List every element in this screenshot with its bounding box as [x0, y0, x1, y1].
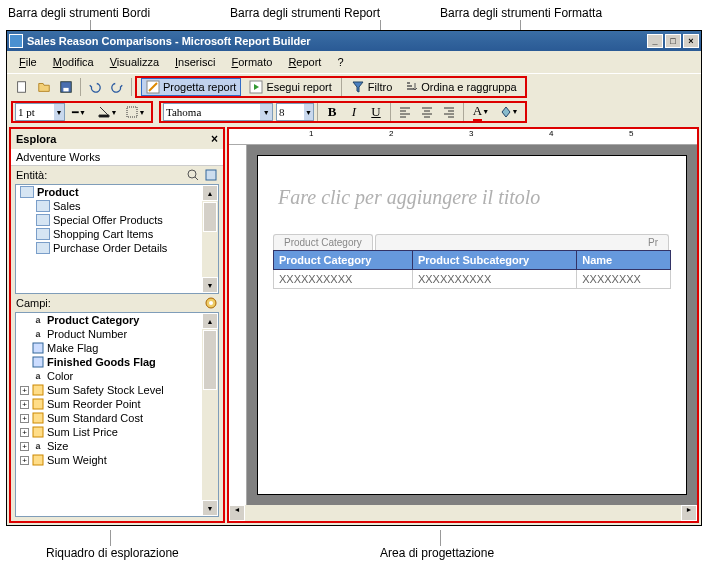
title-placeholder[interactable]: Fare clic per aggiungere il titolo — [273, 176, 671, 219]
scroll-thumb[interactable] — [203, 202, 217, 232]
scrollbar-horizontal[interactable]: ◄ ► — [229, 505, 697, 521]
col-product-subcategory[interactable]: Product Subcategory — [412, 251, 576, 270]
align-right-button[interactable] — [439, 102, 459, 122]
filtro-button[interactable]: Filtro — [347, 79, 396, 95]
minimize-button[interactable]: _ — [647, 34, 663, 48]
search-icon[interactable] — [186, 168, 200, 182]
expand-icon[interactable]: + — [20, 428, 29, 437]
data-table[interactable]: Product Category Product Subcategory Nam… — [273, 250, 671, 289]
menu-visualizza[interactable]: Visualizza — [102, 54, 167, 70]
field-item[interactable]: +Sum Weight — [16, 453, 218, 467]
new-report-icon[interactable] — [204, 168, 218, 182]
field-item[interactable]: aProduct Category — [16, 313, 218, 327]
scroll-right-icon[interactable]: ► — [681, 505, 697, 521]
align-center-button[interactable] — [417, 102, 437, 122]
ordina-button[interactable]: Ordina e raggruppa — [400, 79, 520, 95]
explorer-close-icon[interactable]: × — [211, 132, 218, 146]
tab-pr[interactable]: Pr — [375, 234, 669, 250]
expand-icon[interactable]: + — [20, 414, 29, 423]
field-item[interactable]: +Sum Reorder Point — [16, 397, 218, 411]
dropdown-icon[interactable]: ▼ — [54, 104, 64, 120]
entity-tree[interactable]: ProductSalesSpecial Offer ProductsShoppi… — [15, 184, 219, 294]
field-item[interactable]: +Sum Safety Stock Level — [16, 383, 218, 397]
annot-area: Area di progettazione — [380, 546, 494, 560]
expand-icon[interactable]: + — [20, 386, 29, 395]
progetta-report-button[interactable]: Progetta report — [141, 78, 241, 96]
border-style-button[interactable]: ━ ▼ — [66, 102, 92, 122]
svg-rect-0 — [18, 81, 26, 92]
undo-button[interactable] — [85, 77, 105, 97]
scrollbar-vertical[interactable]: ▲ ▼ — [202, 185, 218, 293]
scroll-up-icon[interactable]: ▲ — [202, 185, 218, 201]
gear-icon[interactable] — [204, 296, 218, 310]
text-field-icon: a — [32, 440, 44, 452]
field-list[interactable]: aProduct CategoryaProduct NumberMake Fla… — [15, 312, 219, 517]
cell[interactable]: XXXXXXXXXX — [274, 270, 413, 289]
cell[interactable]: XXXXXXXXXX — [412, 270, 576, 289]
flag-icon — [32, 356, 44, 368]
field-item[interactable]: +Sum List Price — [16, 425, 218, 439]
table-row[interactable]: XXXXXXXXXX XXXXXXXXXX XXXXXXXX — [274, 270, 671, 289]
design-canvas[interactable]: Fare clic per aggiungere il titolo Produ… — [247, 145, 697, 505]
expand-icon[interactable]: + — [20, 456, 29, 465]
font-combo[interactable]: ▼ — [163, 103, 273, 121]
scrollbar-vertical[interactable]: ▲ ▼ — [202, 313, 218, 516]
menu-file[interactable]: File — [11, 54, 45, 70]
dropdown-icon[interactable]: ▼ — [260, 104, 272, 120]
col-product-category[interactable]: Product Category — [274, 251, 413, 270]
align-left-button[interactable] — [395, 102, 415, 122]
scroll-down-icon[interactable]: ▼ — [202, 500, 218, 516]
cell[interactable]: XXXXXXXX — [577, 270, 671, 289]
fill-color-button[interactable]: ▼ — [496, 102, 522, 122]
underline-button[interactable]: U — [366, 102, 386, 122]
maximize-button[interactable]: □ — [665, 34, 681, 48]
border-sides-button[interactable]: ▼ — [122, 102, 148, 122]
app-window: Sales Reason Comparisons - Microsoft Rep… — [6, 30, 702, 526]
field-item[interactable]: Finished Goods Flag — [16, 355, 218, 369]
annot-bordi: Barra degli strumenti Bordi — [8, 6, 150, 20]
annot-report: Barra degli strumenti Report — [230, 6, 380, 20]
scroll-left-icon[interactable]: ◄ — [229, 505, 245, 521]
entity-item[interactable]: Product — [16, 185, 218, 199]
fontsize-input[interactable] — [277, 106, 304, 118]
expand-icon[interactable]: + — [20, 400, 29, 409]
border-size-combo[interactable]: ▼ — [15, 103, 65, 121]
field-item[interactable]: +aSize — [16, 439, 218, 453]
save-button[interactable] — [56, 77, 76, 97]
new-button[interactable] — [12, 77, 32, 97]
menu-inserisci[interactable]: Inserisci — [167, 54, 223, 70]
report-page[interactable]: Fare clic per aggiungere il titolo Produ… — [257, 155, 687, 495]
design-area: 1 2 3 4 5 Fare clic per aggiungere il ti… — [227, 127, 699, 523]
fontsize-combo[interactable]: ▼ — [276, 103, 314, 121]
tab-product-category[interactable]: Product Category — [273, 234, 373, 250]
border-size-input[interactable] — [16, 106, 54, 118]
redo-button[interactable] — [107, 77, 127, 97]
font-input[interactable] — [164, 106, 260, 118]
menu-modifica[interactable]: Modifica — [45, 54, 102, 70]
dropdown-icon[interactable]: ▼ — [304, 104, 313, 120]
svg-rect-13 — [33, 399, 43, 409]
field-item[interactable]: +Sum Standard Cost — [16, 411, 218, 425]
open-button[interactable] — [34, 77, 54, 97]
field-item[interactable]: aProduct Number — [16, 327, 218, 341]
entity-item[interactable]: Shopping Cart Items — [16, 227, 218, 241]
entity-item[interactable]: Special Offer Products — [16, 213, 218, 227]
menu-report[interactable]: Report — [280, 54, 329, 70]
field-item[interactable]: Make Flag — [16, 341, 218, 355]
border-color-button[interactable]: ▼ — [94, 102, 120, 122]
italic-button[interactable]: I — [344, 102, 364, 122]
expand-icon[interactable]: + — [20, 442, 29, 451]
scroll-thumb[interactable] — [203, 330, 217, 390]
scroll-up-icon[interactable]: ▲ — [202, 313, 218, 329]
esegui-report-button[interactable]: Esegui report — [245, 79, 335, 95]
font-color-button[interactable]: A▼ — [468, 102, 494, 122]
entity-item[interactable]: Purchase Order Details — [16, 241, 218, 255]
menu-help[interactable]: ? — [329, 54, 351, 70]
bold-button[interactable]: B — [322, 102, 342, 122]
scroll-down-icon[interactable]: ▼ — [202, 277, 218, 293]
close-button[interactable]: × — [683, 34, 699, 48]
col-name[interactable]: Name — [577, 251, 671, 270]
field-item[interactable]: aColor — [16, 369, 218, 383]
entity-item[interactable]: Sales — [16, 199, 218, 213]
menu-formato[interactable]: Formato — [223, 54, 280, 70]
